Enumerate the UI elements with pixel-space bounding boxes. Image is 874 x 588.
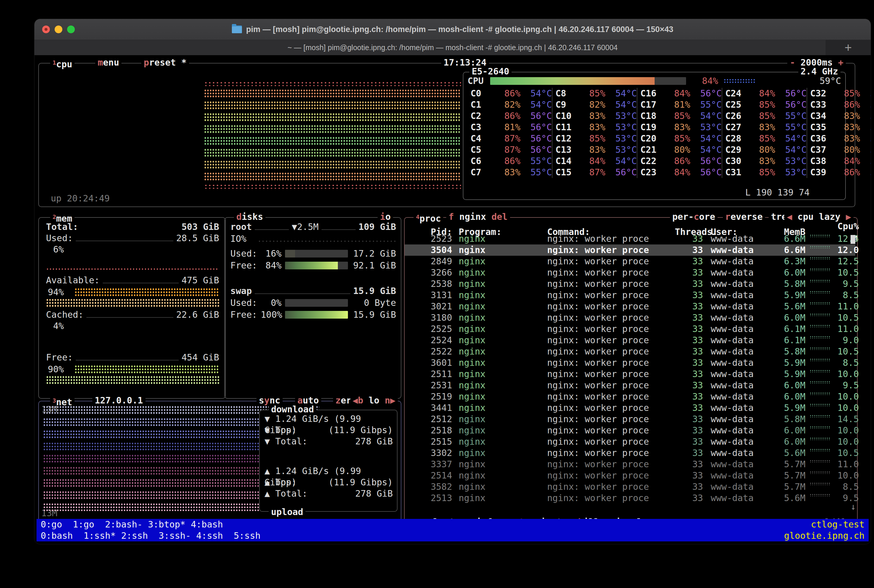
core-cell-C0: C086%54°C (468, 88, 552, 99)
disk-root-row: root▼2.5M109 GiB (230, 221, 396, 232)
core-cell-C7: C783%55°C (468, 167, 552, 178)
core-cell-C28: C2885%54°C (722, 133, 806, 144)
proc-row[interactable]: 2538nginxnginx: worker proce33www-data5.… (405, 278, 855, 290)
core-cell-C26: C2685%55°C (722, 110, 806, 122)
cpu-box: 1cpu menu preset * 17:13:24 - 2000ms + u… (38, 63, 855, 207)
proc-row[interactable]: 3601nginxnginx: worker proce33www-data5.… (405, 357, 855, 369)
uptime: up 20:24:49 (51, 193, 110, 204)
proc-row[interactable]: 3582nginxnginx: worker proce33www-data5.… (405, 481, 855, 492)
upload-total-row: ▲ Total:278 GiB (265, 488, 393, 499)
core-row: C783%55°CC1587%56°CC2384%56°CC3185%53°CC… (468, 167, 841, 178)
cpu-detail-box: E5-2640 2.4 GHz CPU 84% 59°C C086%54°CC8… (463, 72, 846, 200)
core-cell-C6: C686%55°C (468, 156, 552, 167)
mem-available-pct: 94% (48, 286, 64, 298)
net-iface-ip: 127.0.0.1 (92, 395, 146, 406)
proc-row[interactable]: 3266nginxnginx: worker proce33www-data6.… (405, 267, 855, 278)
core-cell-C4: C487%56°C (468, 133, 552, 144)
core-cell-C38: C3884%54°C (806, 156, 871, 167)
core-cell-C39: C3986%56°C (806, 167, 871, 178)
cpu-temp-graph (724, 79, 756, 83)
screenshot-stage: pim — [mosh] pim@glootie.ipng.ch: /home/… (0, 0, 874, 588)
statusbar-session-outer: ctlog-test (811, 519, 865, 530)
disk-root-io-label: IO% (230, 233, 247, 244)
core-cell-C19: C1983%53°C (637, 122, 722, 133)
core-row: C381%56°CC1183%53°CC1983%53°CC2783%55°CC… (468, 122, 841, 133)
disk-swap-used-row: Used:0% 0 Byte (230, 297, 396, 309)
disks-box: disks io root▼2.5M109 GiB IO% Used:16% 1… (224, 217, 402, 399)
proc-scrollbar-thumb[interactable] (851, 235, 855, 244)
cpu-graph-band (204, 124, 461, 134)
core-cell-C9: C982%54°C (552, 99, 637, 110)
proc-row[interactable]: 2512nginxnginx: worker proce33www-data5.… (405, 414, 855, 425)
proc-row[interactable]: 2518nginxnginx: worker proce33www-data6.… (405, 425, 855, 436)
core-cell-C12: C1285%53°C (552, 133, 637, 144)
cpu-graph-band (204, 101, 461, 110)
disk-swap-free-row: Free:100% 15.9 GiB (230, 309, 396, 320)
menu-button[interactable]: menu (95, 57, 122, 68)
mem-available-row: Available:475 GiB (46, 275, 219, 286)
mem-box: 2mem Total:503 GiB Used:28.5 GiB 6% Avai… (38, 217, 226, 399)
cpu-total-meter (490, 77, 686, 85)
mem-available-bar1 (75, 288, 219, 297)
proc-row[interactable]: 2524nginxnginx: worker proce33www-data6.… (405, 334, 855, 346)
core-cell-C16: C1684%56°C (637, 88, 722, 99)
proc-row[interactable]: 2525nginxnginx: worker proce33www-data6.… (405, 323, 855, 334)
proc-scroll-down-icon[interactable]: ↓ (851, 501, 856, 512)
cpu-graph (204, 77, 461, 197)
proc-row[interactable]: 2531nginxnginx: worker proce33www-data6.… (405, 380, 855, 391)
core-cell-C22: C2286%56°C (637, 156, 722, 167)
proc-row[interactable]: 2511nginxnginx: worker proce33www-data5.… (405, 369, 855, 380)
core-cell-C13: C1383%53°C (552, 144, 637, 156)
new-tab-button[interactable]: + (826, 40, 871, 55)
proc-row[interactable]: 3337nginxnginx: worker proce33www-data5.… (405, 459, 855, 470)
proc-row[interactable]: 2519nginxnginx: worker proce33www-data6.… (405, 391, 855, 402)
cpu-box-title[interactable]: 1cpu (50, 57, 75, 70)
proc-row[interactable]: 2849nginxnginx: worker proce33www-data6.… (405, 256, 855, 267)
tab-title[interactable]: ~ — [mosh] pim@glootie.ipng.ch: /home/pi… (35, 40, 871, 55)
core-cell-C23: C2384%56°C (637, 167, 722, 178)
core-cell-C37: C3780%53°C (806, 144, 871, 156)
mem-cached-pct: 4% (53, 320, 64, 332)
proc-row[interactable]: 2514nginxnginx: worker proce33www-data5.… (405, 470, 855, 481)
cpu-graph-band (204, 148, 461, 157)
proc-row[interactable]: 3180nginxnginx: worker proce33www-data6.… (405, 312, 855, 323)
core-cell-C5: C587%56°C (468, 144, 552, 156)
proc-row[interactable]: 2513nginxnginx: worker proce33www-data5.… (405, 492, 855, 504)
download-total-row: ▼ Total:278 GiB (265, 436, 393, 447)
disks-box-title[interactable]: disks (234, 211, 265, 222)
proc-row[interactable]: 2523nginxnginx: worker proce33www-data6.… (405, 233, 855, 244)
core-row: C686%55°CC1484%54°CC2286%56°CC3083%53°CC… (468, 156, 841, 167)
core-cell-C33: C3386%53°C (806, 99, 871, 110)
core-cell-C11: C1183%53°C (552, 122, 637, 133)
core-cell-C17: C1781%55°C (637, 99, 722, 110)
upload-title: upload (269, 506, 305, 518)
cpu-total-label: CPU (468, 75, 490, 87)
net-box: 3net 127.0.0.1 sync auto zero ◀b lo n▶ 1… (38, 401, 402, 522)
proc-row[interactable]: 3021nginxnginx: worker proce33www-data5.… (405, 301, 855, 312)
core-cell-C29: C2980%54°C (722, 144, 806, 156)
titlebar: pim — [mosh] pim@glootie.ipng.ch: /home/… (35, 19, 871, 40)
core-cell-C20: C2085%54°C (637, 133, 722, 144)
core-cell-C15: C1587%56°C (552, 167, 637, 178)
download-top-row: ▼ Top:(11.9 Gibps) (265, 424, 393, 436)
proc-row[interactable]: 3302nginxnginx: worker proce33www-data5.… (405, 447, 855, 459)
cpu-total-row: CPU 84% 59°C (468, 75, 841, 87)
net-iface-selector[interactable]: ◀b lo n▶ (350, 395, 398, 406)
proc-row[interactable]: 2515nginxnginx: worker proce33www-data6.… (405, 436, 855, 447)
proc-row[interactable]: 2522nginxnginx: worker proce33www-data5.… (405, 346, 855, 357)
core-cell-C30: C3083%53°C (722, 156, 806, 167)
mem-total-row: Total:503 GiB (46, 221, 219, 232)
cpu-graph-band (204, 184, 461, 189)
core-cell-C35: C3583%54°C (806, 122, 871, 133)
cpu-graph-band (204, 160, 461, 169)
preset-button[interactable]: preset * (141, 57, 189, 68)
cpu-graph-band (204, 81, 461, 86)
cpu-total-pct: 84% (686, 75, 718, 87)
mem-free-pct: 90% (48, 364, 64, 375)
cpu-graph-band (204, 172, 461, 181)
core-cell-C14: C1484%54°C (552, 156, 637, 167)
proc-row[interactable]: 3131nginxnginx: worker proce33www-data5.… (405, 290, 855, 301)
io-mode-button[interactable]: io (378, 211, 393, 222)
proc-row[interactable]: 3504nginxnginx: worker proce33www-data6.… (405, 244, 855, 256)
proc-row[interactable]: 3441nginxnginx: worker proce33www-data5.… (405, 402, 855, 414)
